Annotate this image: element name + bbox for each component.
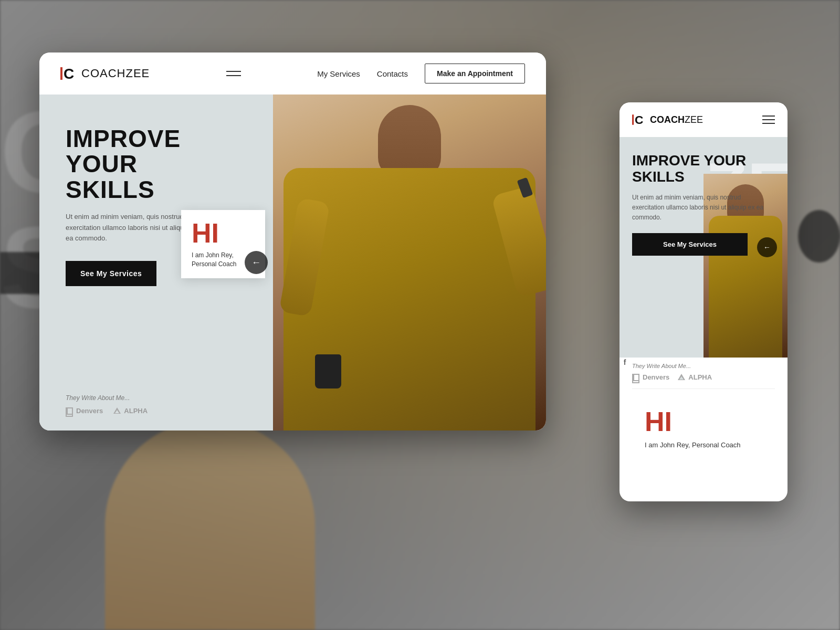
bg-bottom-figure: [105, 420, 315, 630]
mobile-navbar: C COACHZEE: [620, 102, 788, 137]
desktop-navbar: C COACHZEE My Services Contacts Make an …: [39, 52, 546, 94]
mobile-bottom-section: They Write About Me... Denvers ALPHA HI …: [620, 363, 788, 460]
desktop-hero-bottom: They Write About Me... Denvers ALPHA: [66, 394, 148, 415]
mobile-logo-icon: C: [632, 113, 646, 127]
mobile-alpha-icon: [678, 374, 685, 381]
mobile-hamburger-line-2: [762, 119, 775, 120]
mobile-hi-text: HI: [645, 408, 762, 435]
desktop-hero-title: IMPROVE YOUR SKILLS: [66, 126, 234, 202]
mobile-denvers-icon: [632, 374, 639, 381]
mobile-brand-alpha: ALPHA: [678, 373, 712, 381]
mobile-hero-description: Ut enim ad minim veniam, quis nostrud ex…: [632, 193, 775, 223]
mobile-hi-subtitle: I am John Rey, Personal Coach: [645, 440, 762, 450]
brand-denvers: Denvers: [66, 407, 103, 415]
mobile-hamburger-line-1: [762, 116, 775, 117]
desktop-hero: ZEE IMPROVE YOUR SKILLS: [39, 94, 546, 430]
mobile-card: C COACHZEE ZE IMPROVE YOUR SKILLS: [620, 102, 788, 501]
brand-alpha: ALPHA: [113, 407, 148, 415]
hamburger-line-1: [226, 71, 241, 72]
desktop-brands: Denvers ALPHA: [66, 407, 148, 415]
nav-my-services[interactable]: My Services: [317, 69, 360, 78]
desktop-nav-right: My Services Contacts Make an Appointment: [317, 64, 525, 83]
svg-text:C: C: [64, 66, 74, 82]
mobile-logo-text: COACHZEE: [650, 114, 703, 125]
desktop-logo[interactable]: C COACHZEE: [60, 65, 150, 82]
mobile-hamburger[interactable]: [762, 116, 775, 124]
hero-person-area: [273, 94, 546, 430]
denvers-icon: [66, 407, 73, 415]
mobile-facebook-icon[interactable]: f: [620, 349, 630, 375]
hamburger-line-2: [226, 75, 241, 76]
logo-icon: C: [60, 65, 77, 82]
mobile-logo[interactable]: C COACHZEE: [632, 113, 703, 127]
desktop-logo-text: COACHZEE: [81, 67, 150, 80]
make-appointment-button[interactable]: Make an Appointment: [425, 64, 525, 83]
mobile-see-services-button[interactable]: See My Services: [632, 233, 748, 256]
mobile-hi-card: HI I am John Rey, Personal Coach: [632, 397, 775, 460]
mobile-brand-denvers: Denvers: [632, 373, 669, 381]
svg-rect-0: [60, 67, 62, 80]
alpha-icon: [113, 407, 121, 415]
mobile-prev-arrow[interactable]: ←: [757, 237, 777, 257]
desktop-card: C COACHZEE My Services Contacts Make an …: [39, 52, 546, 430]
desktop-they-write: They Write About Me...: [66, 394, 148, 402]
desktop-hamburger[interactable]: [226, 71, 241, 76]
bg-dark-circle: [798, 210, 840, 262]
mobile-they-write: They Write About Me...: [632, 363, 775, 369]
mobile-hero: ZE IMPROVE YOUR SKILLS Ut enim ad minim …: [620, 137, 788, 358]
nav-contacts[interactable]: Contacts: [377, 69, 408, 78]
desktop-hi-text: HI: [192, 219, 219, 247]
mobile-hero-title: IMPROVE YOUR SKILLS: [632, 153, 775, 185]
mobile-hamburger-line-3: [762, 123, 775, 124]
mobile-brands: Denvers ALPHA: [632, 373, 775, 389]
svg-text:C: C: [635, 113, 643, 127]
svg-rect-2: [632, 114, 634, 125]
desktop-see-services-button[interactable]: See My Services: [66, 261, 156, 286]
desktop-prev-arrow[interactable]: ←: [245, 251, 268, 274]
